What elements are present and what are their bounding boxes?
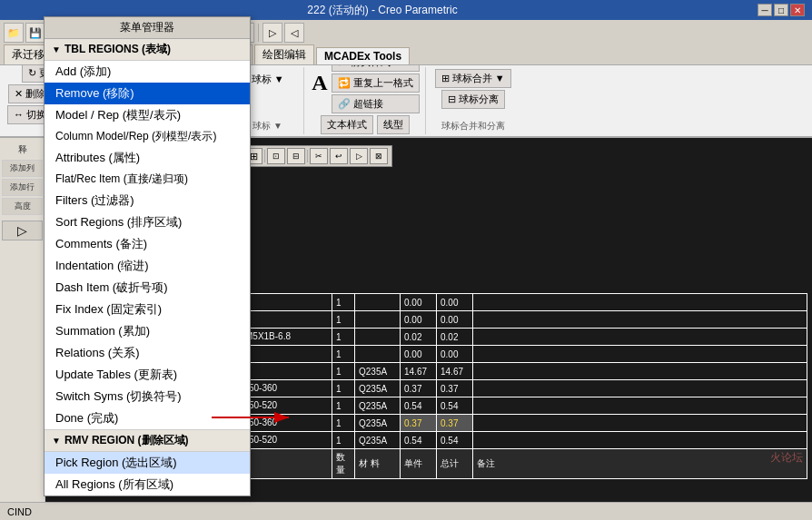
menu-item-attributes[interactable]: Attributes (属性) xyxy=(45,147,250,169)
toolbar-btn-13[interactable]: ◁ xyxy=(284,23,304,43)
menu-item-update-tables[interactable]: Update Tables (更新表) xyxy=(45,364,250,386)
menu-item-flat-rec[interactable]: Flat/Rec Item (直接/递归项) xyxy=(45,169,250,190)
float-sep-2 xyxy=(307,150,308,162)
section-rmv-label: RMV REGION (删除区域) xyxy=(64,433,189,448)
balloon-merge-btn[interactable]: ⊞ 球标合并 ▼ xyxy=(435,69,511,88)
float-btn-5[interactable]: ▷ xyxy=(350,148,368,164)
toolbar-btn-12[interactable]: ▷ xyxy=(262,23,282,43)
section-tbl-regions: ▼ TBL REGIONS (表域) xyxy=(45,39,250,61)
menu-item-sort-regions[interactable]: Sort Regions (排序区域) xyxy=(45,211,250,233)
section-tbl-label: TBL REGIONS (表域) xyxy=(64,42,171,57)
float-btn-2[interactable]: ⊟ xyxy=(287,148,305,164)
context-menu: 菜单管理器 ▼ TBL REGIONS (表域) Add (添加) Remove… xyxy=(44,16,251,496)
menu-item-remove[interactable]: Remove (移除) xyxy=(45,83,250,104)
left-label-shi: 释 xyxy=(2,142,43,158)
menu-item-done[interactable]: Done (完成) xyxy=(45,407,250,429)
left-btn-addalign[interactable]: 添加列 xyxy=(2,160,43,177)
menu-item-dash-item[interactable]: Dash Item (破折号项) xyxy=(45,277,250,299)
menu-item-add[interactable]: Add (添加) xyxy=(45,61,250,83)
balloon-separate-btn[interactable]: ⊟ 球标分离 xyxy=(441,90,505,109)
menu-item-pick-region[interactable]: Pick Region (选出区域) xyxy=(45,452,250,474)
tab-mcadex[interactable]: MCADEx Tools xyxy=(316,47,410,64)
app-window: 222 (活动的) - Creo Parametric ─ □ ✕ 📁 💾 ↩ … xyxy=(0,0,812,520)
menu-item-switch-syms[interactable]: Switch Syms (切换符号) xyxy=(45,386,250,407)
context-menu-title: 菜单管理器 xyxy=(45,17,250,39)
minimize-button[interactable]: ─ xyxy=(758,4,772,16)
menu-item-comments[interactable]: Comments (备注) xyxy=(45,233,250,255)
line-type-btn[interactable]: 线型 xyxy=(377,115,410,134)
float-btn-1[interactable]: ⊡ xyxy=(267,148,285,164)
section-rmv-region: ▼ RMV REGION (删除区域) xyxy=(45,429,250,452)
left-panel: 释 添加列 添加行 高度 ▷ xyxy=(0,138,45,502)
repeat-btn[interactable]: 🔁 重复上一格式 xyxy=(332,74,420,93)
menu-item-column-model[interactable]: Column Model/Rep (列模型/表示) xyxy=(45,126,250,147)
menu-item-fix-index[interactable]: Fix Index (固定索引) xyxy=(45,299,250,320)
toolbar-btn-2[interactable]: 💾 xyxy=(25,23,45,43)
float-btn-4[interactable]: ↩ xyxy=(330,148,348,164)
text-line-btns: 文本样式 线型 xyxy=(321,115,410,134)
ribbon-group-format: A ▶ 箭头样式 ▼ 🔁 重复上一格式 🔗 超链接 文本样式 线型 格式 ▼ xyxy=(306,67,425,134)
group-label-format: 格式 ▼ xyxy=(351,136,381,138)
hyperlink-btn[interactable]: 🔗 超链接 xyxy=(332,94,420,113)
toolbar-btn-1[interactable]: 📁 xyxy=(4,23,24,43)
float-sep-1 xyxy=(264,150,265,162)
left-btn-arrow[interactable]: ▷ xyxy=(2,221,43,240)
text-style-icon: A xyxy=(312,71,327,95)
balloon-label: 球标 ▼ xyxy=(248,69,288,90)
menu-item-summation[interactable]: Summation (累加) xyxy=(45,320,250,342)
format-btns: A ▶ 箭头样式 ▼ 🔁 重复上一格式 🔗 超链接 xyxy=(312,65,419,113)
separator-3 xyxy=(258,24,259,42)
group-label-merge: 球标合并和分离 xyxy=(441,120,505,132)
float-btn-6[interactable]: ⊠ xyxy=(370,148,388,164)
chevron-down-icon-2: ▼ xyxy=(52,436,61,446)
status-bar: CIND xyxy=(0,502,812,520)
menu-item-filters[interactable]: Filters (过滤器) xyxy=(45,190,250,211)
format-sub-btns: ▶ 箭头样式 ▼ 🔁 重复上一格式 🔗 超链接 xyxy=(332,65,420,113)
close-button[interactable]: ✕ xyxy=(790,4,805,16)
menu-item-all-regions[interactable]: All Regions (所有区域) xyxy=(45,474,250,495)
float-btn-3[interactable]: ✂ xyxy=(310,148,328,164)
watermark: 火论坛 xyxy=(770,450,803,466)
text-style-btn2[interactable]: 文本样式 xyxy=(321,115,373,134)
chevron-down-icon: ▼ xyxy=(52,44,61,54)
window-controls: ─ □ ✕ xyxy=(758,4,805,16)
status-text: CIND xyxy=(7,506,32,517)
text-style-btn[interactable]: ▶ 箭头样式 ▼ xyxy=(332,65,420,72)
menu-item-model-rep[interactable]: Model / Rep (模型/表示) xyxy=(45,104,250,126)
ribbon-group-merge: ⊞ 球标合并 ▼ ⊟ 球标分离 球标合并和分离 xyxy=(428,67,519,134)
maximize-button[interactable]: □ xyxy=(774,4,788,16)
menu-item-relations[interactable]: Relations (关系) xyxy=(45,342,250,364)
menu-item-indentation[interactable]: Indentation (缩进) xyxy=(45,255,250,277)
left-btn-height[interactable]: 高度 xyxy=(2,198,43,215)
app-title: 222 (活动的) - Creo Parametric xyxy=(7,3,758,18)
group-label-balloon: 球标 ▼ xyxy=(253,120,282,132)
tab-huitu[interactable]: 绘图编辑 xyxy=(254,44,314,64)
left-btn-addrow[interactable]: 添加行 xyxy=(2,179,43,196)
